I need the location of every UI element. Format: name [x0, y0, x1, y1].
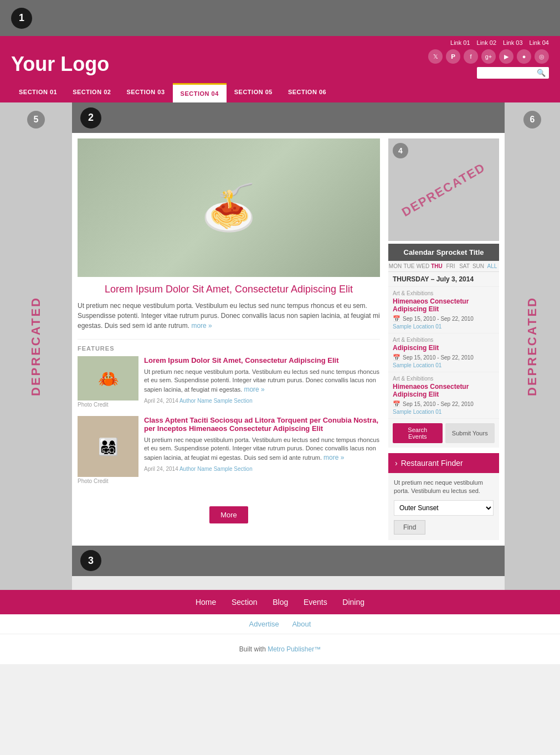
search-icon: 🔍 [537, 69, 546, 77]
flickr-icon[interactable]: ● [517, 49, 531, 64]
box-4: 4 DEPRECATED [388, 138, 499, 241]
nav-section01[interactable]: SECTION 01 [11, 83, 65, 102]
footer-link-advertise[interactable]: Advertise [249, 620, 279, 628]
footer-nav: Home Section Blog Events Dining [0, 590, 560, 614]
location-select[interactable]: Outer Sunset [394, 500, 494, 516]
top-link-4[interactable]: Link 04 [530, 39, 549, 46]
search-input[interactable] [480, 69, 537, 77]
calendar-widget: Calendar Sprocket Title MON TUE WED THU … [388, 244, 499, 448]
right-column: 4 DEPRECATED Calendar Sprocket Title MON… [388, 138, 499, 540]
footer-nav-section[interactable]: Section [232, 598, 258, 607]
sidebar-left: 5 DEPRECATED [0, 102, 72, 590]
nav-section04[interactable]: SECTION 04 [173, 83, 227, 102]
facebook-icon[interactable]: f [464, 49, 478, 64]
feature-content-1: Lorem Ipsum Dolor Sit Amet, Consectetur … [144, 356, 380, 408]
footer-link-about[interactable]: About [292, 620, 311, 628]
metro-publisher-link[interactable]: Metro Publisher™ [268, 645, 321, 653]
box-4-number: 4 [393, 143, 408, 158]
cal-day-sat[interactable]: SAT [458, 261, 471, 271]
calendar-buttons: Search Events Submit Yours [388, 419, 499, 448]
header-area: Link 01 Link 02 Link 03 Link 04 Your Log… [0, 36, 560, 83]
cal-day-tue[interactable]: TUE [402, 261, 416, 271]
nav-section03[interactable]: SECTION 03 [119, 83, 172, 102]
bottom-banner: 3 [72, 546, 505, 576]
banner-number-3: 3 [80, 550, 101, 571]
feature-more-2[interactable]: more » [323, 454, 344, 461]
nav-section05[interactable]: SECTION 05 [227, 83, 280, 102]
calendar-event-3: Art & Exhibitions Himenaeos Consectetur … [388, 372, 499, 419]
cal-day-all[interactable]: ALL [485, 261, 499, 271]
photo-credit-1: Photo Credit [78, 402, 138, 408]
restaurant-title[interactable]: › Restaurant Finder [388, 453, 499, 473]
feature-content-2: Class Aptent Taciti Sociosqu ad Litora T… [144, 416, 380, 484]
rss-icon[interactable]: ◎ [535, 49, 549, 64]
main-layout: 5 DEPRECATED 2 🍝 Lorem Ipsum Dolor Sit A… [0, 102, 560, 590]
feature-item-2: 👨‍👩‍👧‍👦 Photo Credit Class Aptent Taciti… [78, 416, 380, 484]
section-link-1[interactable]: Sample Section [214, 398, 253, 404]
nav-section02[interactable]: SECTION 02 [65, 83, 119, 102]
footer-nav-blog[interactable]: Blog [273, 598, 288, 607]
event-3-date: 📅 Sep 15, 2010 - Sep 22, 2010 [393, 400, 495, 408]
sidebar-right-deprecated: DEPRECATED [525, 296, 540, 396]
search-events-button[interactable]: Search Events [393, 423, 443, 443]
youtube-icon[interactable]: ▶ [499, 49, 513, 64]
top-link-3[interactable]: Link 03 [503, 39, 522, 46]
author-link-1[interactable]: Author Name [179, 398, 212, 404]
footer-nav-dining[interactable]: Dining [342, 598, 364, 607]
features-label: FEATURES [78, 339, 380, 352]
top-links: Link 01 Link 02 Link 03 Link 04 [11, 36, 549, 49]
photo-credit-2: Photo Credit [78, 478, 138, 484]
nav-bar: SECTION 01 SECTION 02 SECTION 03 SECTION… [0, 83, 560, 102]
feature-more-1[interactable]: more » [244, 386, 264, 393]
feature-thumb-2: 👨‍👩‍👧‍👦 [78, 416, 138, 477]
banner-number-2: 2 [80, 107, 101, 129]
calendar-icon-3: 📅 [393, 400, 400, 408]
main-article-title: Lorem Ipsum Dolor Sit Amet, Consectetur … [78, 284, 380, 295]
nav-section06[interactable]: SECTION 06 [280, 83, 334, 102]
section-link-2[interactable]: Sample Section [214, 466, 253, 472]
search-bar[interactable]: 🔍 [477, 67, 549, 79]
calendar-event-2: Art & Exhibitions Adipiscing Elit 📅 Sep … [388, 333, 499, 372]
calendar-days-header: MON TUE WED THU FRI SAT SUN ALL [388, 261, 499, 272]
submit-yours-button[interactable]: Submit Yours [445, 423, 495, 443]
author-link-2[interactable]: Author Name [179, 466, 212, 472]
calendar-title: Calendar Sprocket Title [388, 244, 499, 261]
chevron-right-icon: › [395, 459, 398, 468]
content-body: 🍝 Lorem Ipsum Dolor Sit Amet, Consectetu… [72, 133, 505, 546]
event-3-title[interactable]: Himenaeos Consectetur Adipiscing Elit [393, 383, 495, 398]
event-2-title[interactable]: Adipiscing Elit [393, 344, 495, 352]
cal-day-fri[interactable]: FRI [444, 261, 458, 271]
footer-nav-events[interactable]: Events [304, 598, 327, 607]
calendar-date-title: THURSDAY – July 3, 2014 [388, 272, 499, 287]
calendar-event-1: Art & Exhibitions Himenaeos Consectetur … [388, 287, 499, 333]
restaurant-desc: Ut pretium nec neque vestibulum porta. V… [394, 479, 494, 496]
cal-day-sun[interactable]: SUN [471, 261, 485, 271]
post-meta-1: April 24, 2014 Author Name Sample Sectio… [144, 398, 380, 404]
social-icons: 𝕏 𝗣 f g+ ▶ ● ◎ [428, 49, 549, 64]
event-1-title[interactable]: Himenaeos Consectetur Adipiscing Elit [393, 297, 495, 313]
twitter-icon[interactable]: 𝕏 [428, 49, 443, 64]
cal-day-thu[interactable]: THU [430, 261, 444, 271]
pinterest-icon[interactable]: 𝗣 [446, 49, 460, 64]
post-meta-2: April 24, 2014 Author Name Sample Sectio… [144, 466, 380, 472]
event-3-location[interactable]: Sample Location 01 [393, 409, 495, 415]
event-2-location[interactable]: Sample Location 01 [393, 362, 495, 368]
cal-day-wed[interactable]: WED [416, 261, 430, 271]
more-button[interactable]: More [209, 506, 248, 523]
event-1-location[interactable]: Sample Location 01 [393, 323, 495, 330]
event-2-date: 📅 Sep 15, 2010 - Sep 22, 2010 [393, 354, 495, 361]
footer-nav-home[interactable]: Home [196, 598, 216, 607]
google-plus-icon[interactable]: g+ [481, 49, 496, 64]
sidebar-right-number: 6 [523, 111, 541, 129]
top-link-2[interactable]: Link 02 [477, 39, 496, 46]
feature-thumb-1: 🦀 [78, 356, 138, 400]
restaurant-widget: › Restaurant Finder Ut pretium nec neque… [388, 453, 499, 540]
banner-number-1: 1 [11, 8, 32, 29]
top-link-1[interactable]: Link 01 [450, 39, 470, 46]
find-button[interactable]: Find [394, 520, 425, 535]
main-article-body: Ut pretium nec neque vestibulum porta. V… [78, 301, 380, 331]
cal-day-mon[interactable]: MON [388, 261, 402, 271]
event-2-category: Art & Exhibitions [393, 337, 495, 343]
main-article-more[interactable]: more » [191, 322, 212, 330]
built-with: Built with Metro Publisher™ [0, 634, 560, 664]
